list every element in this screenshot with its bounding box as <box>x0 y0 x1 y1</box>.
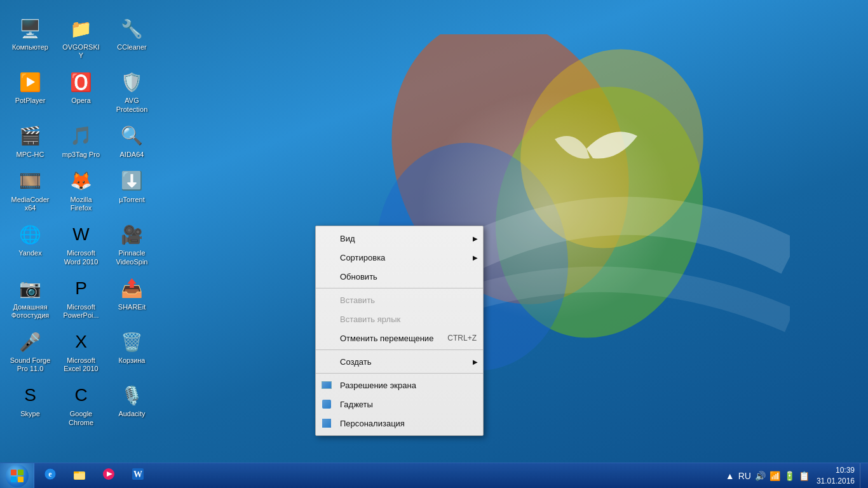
taskbar-btn-word[interactable]: W <box>124 464 152 487</box>
clock[interactable]: 10:39 31.01.2016 <box>811 465 860 487</box>
menu-sep-sep3 <box>316 373 483 374</box>
svg-text:e: e <box>48 470 52 478</box>
show-desktop-button[interactable] <box>860 463 865 488</box>
menu-label-create: Создать <box>340 357 371 367</box>
menu-item-create[interactable]: Создать ▶ <box>316 352 483 371</box>
icon-label-yandex: Yandex <box>18 249 42 257</box>
desktop-icon-utorrent[interactable]: ⬇️ µTorrent <box>108 165 156 207</box>
menu-shortcut-undo-move: CTRL+Z <box>447 334 477 342</box>
menu-item-paste-shortcut: Вставить ярлык <box>316 309 483 329</box>
desktop-icon-avg[interactable]: 🛡️ AVG Protection <box>108 66 156 116</box>
lang-indicator[interactable]: RU <box>736 471 753 481</box>
taskbar: eW ▲ RU 🔊 📶 🔋 📋 10:39 31.01.2016 <box>0 463 868 488</box>
desktop-icon-skype[interactable]: S Skype <box>6 379 54 421</box>
taskbar-btn-icon-explorer <box>72 467 86 484</box>
icon-image-msword: W <box>69 222 94 247</box>
icon-image-opera: 🅾️ <box>69 69 94 95</box>
tray-network[interactable]: 📶 <box>768 471 782 481</box>
menu-label-screen-res: Разрешение экрана <box>340 381 416 390</box>
desktop-icon-mpchc[interactable]: 🎬 MPC-HC <box>6 120 54 162</box>
menu-item-undo-move[interactable]: Отменить перемещение CTRL+Z <box>316 329 483 348</box>
taskbar-btn-explorer[interactable] <box>65 464 93 487</box>
menu-item-sort[interactable]: Сортировка ▶ <box>316 248 483 267</box>
icon-label-soundforge: Sound Forge Pro 11.0 <box>10 356 51 373</box>
menu-label-paste: Вставить <box>340 295 375 305</box>
desktop-icon-pinnacle[interactable]: 🎥 Pinnacle VideoSpin <box>108 219 156 269</box>
icon-label-ccleaner: CCleaner <box>117 43 146 51</box>
svg-rect-7 <box>11 477 17 482</box>
desktop-icon-audacity[interactable]: 🎙️ Audacity <box>108 379 156 421</box>
taskbar-pinned: eW <box>34 463 154 488</box>
desktop-icon-firefox[interactable]: 🦊 Mozilla Firefox <box>57 165 105 215</box>
menu-spacer-sort <box>322 251 335 264</box>
icon-image-shareit: 📤 <box>119 276 145 301</box>
taskbar-btn-ie[interactable]: e <box>36 464 64 487</box>
desktop-icon-opera[interactable]: 🅾️ Opera <box>57 66 105 108</box>
menu-item-gadgets[interactable]: Гаджеты <box>316 395 483 414</box>
icon-image-ppoint: P <box>69 276 94 301</box>
icon-label-aida64: AIDA64 <box>120 151 144 159</box>
desktop-icon-mp3tag[interactable]: 🎵 mp3Tag Pro <box>57 120 105 162</box>
icon-label-skype: Skype <box>20 410 40 418</box>
icon-label-ovgorskiy: OVGORSKIY <box>60 43 102 60</box>
icon-image-potplayer: ▶️ <box>18 69 43 95</box>
desktop-icon-mediacoder[interactable]: 🎞️ MediaCoder x64 <box>6 165 54 215</box>
taskbar-btn-media[interactable] <box>95 464 123 487</box>
desktop-icon-potplayer[interactable]: ▶️ PotPlayer <box>6 66 54 108</box>
menu-icon-gadgets <box>322 398 335 410</box>
icon-label-chrome: Google Chrome <box>60 410 102 426</box>
desktop-icon-soundforge[interactable]: 🎤 Sound Forge Pro 11.0 <box>6 326 54 376</box>
menu-spacer-undo-move <box>322 332 335 344</box>
desktop-icon-ppoint[interactable]: P Microsoft PowerPoi... <box>57 273 105 323</box>
desktop-icon-yandex[interactable]: 🌐 Yandex <box>6 219 54 261</box>
icon-image-excel: X <box>69 329 94 355</box>
icon-image-recycle: 🗑️ <box>119 329 145 355</box>
desktop-icon-recycle[interactable]: 🗑️ Корзина <box>108 326 156 368</box>
icon-label-computer: Компьютер <box>12 43 48 51</box>
icon-image-computer: 🖥️ <box>18 16 43 41</box>
icon-label-shareit: SHAREit <box>118 303 146 311</box>
icon-image-utorrent: ⬇️ <box>119 168 145 194</box>
desktop-icon-domfoto[interactable]: 📷 Домашняя Фотостудия <box>6 273 54 323</box>
icon-image-ovgorskiy: 📁 <box>69 16 94 41</box>
desktop-icon-ccleaner[interactable]: 🔧 CCleaner <box>108 13 156 55</box>
menu-item-refresh[interactable]: Обновить <box>316 267 483 286</box>
desktop-icon-shareit[interactable]: 📤 SHAREit <box>108 273 156 315</box>
menu-arrow-create: ▶ <box>473 358 478 365</box>
icon-image-domfoto: 📷 <box>18 276 43 301</box>
menu-icon-personalize <box>322 417 335 430</box>
icon-image-avg: 🛡️ <box>119 69 145 95</box>
menu-label-view: Вид <box>340 234 355 243</box>
menu-item-view[interactable]: Вид ▶ <box>316 229 483 248</box>
menu-item-screen-res[interactable]: Разрешение экрана <box>316 376 483 395</box>
icon-image-firefox: 🦊 <box>69 168 94 194</box>
desktop-icon-aida64[interactable]: 🔍 AIDA64 <box>108 120 156 162</box>
svg-point-1 <box>468 63 731 361</box>
icon-label-pinnacle: Pinnacle VideoSpin <box>111 249 153 266</box>
desktop-icon-msword[interactable]: W Microsoft Word 2010 <box>57 219 105 269</box>
desktop-icon-excel[interactable]: X Microsoft Excel 2010 <box>57 326 105 376</box>
svg-text:W: W <box>133 470 142 479</box>
menu-spacer-paste-shortcut <box>322 313 335 325</box>
icon-image-yandex: 🌐 <box>18 222 43 247</box>
tray-volume[interactable]: 🔊 <box>753 471 768 481</box>
icon-label-mpchc: MPC-HC <box>17 151 44 159</box>
icon-image-mp3tag: 🎵 <box>69 123 94 149</box>
menu-label-undo-move: Отменить перемещение <box>340 334 433 343</box>
menu-arrow-sort: ▶ <box>473 254 478 261</box>
desktop-icon-ovgorskiy[interactable]: 📁 OVGORSKIY <box>57 13 105 63</box>
menu-arrow-view: ▶ <box>473 235 478 242</box>
icon-label-recycle: Корзина <box>119 356 146 365</box>
tray-power[interactable]: 🔋 <box>782 471 797 481</box>
menu-spacer-refresh <box>322 270 335 283</box>
menu-label-gadgets: Гаджеты <box>340 400 373 409</box>
menu-item-personalize[interactable]: Персонализация <box>316 414 483 433</box>
menu-label-personalize: Персонализация <box>340 419 405 428</box>
svg-rect-8 <box>18 477 24 482</box>
start-button[interactable] <box>0 463 34 489</box>
desktop-icon-chrome[interactable]: C Google Chrome <box>57 379 105 430</box>
icon-label-opera: Opera <box>71 97 91 105</box>
tray-action-center[interactable]: 📋 <box>797 471 811 481</box>
tray-expand[interactable]: ▲ <box>724 471 736 481</box>
desktop-icon-computer[interactable]: 🖥️ Компьютер <box>6 13 54 55</box>
